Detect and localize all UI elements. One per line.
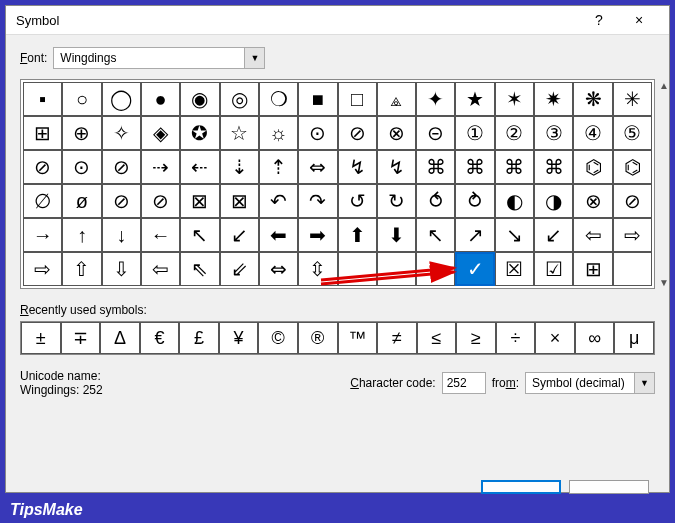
symbol-cell[interactable]: ③	[534, 116, 573, 150]
symbol-cell[interactable]: ↯	[338, 150, 377, 184]
symbol-cell[interactable]: ↓	[102, 218, 141, 252]
symbol-cell[interactable]: ⌘	[534, 150, 573, 184]
symbol-cell[interactable]: ↷	[298, 184, 337, 218]
symbol-cell[interactable]: ø	[62, 184, 101, 218]
charcode-input[interactable]	[442, 372, 486, 394]
symbol-cell[interactable]: ⇩	[102, 252, 141, 286]
symbol-cell[interactable]: ↺	[338, 184, 377, 218]
symbol-cell[interactable]: ⊕	[62, 116, 101, 150]
symbol-cell[interactable]: ⌘	[416, 150, 455, 184]
symbol-cell[interactable]: ◑	[534, 184, 573, 218]
symbol-cell[interactable]: ➡	[298, 218, 337, 252]
symbol-cell[interactable]: ☆	[220, 116, 259, 150]
symbol-cell[interactable]: ⊘	[141, 184, 180, 218]
chevron-down-icon[interactable]: ▼	[244, 48, 264, 68]
symbol-cell[interactable]: ⇨	[23, 252, 62, 286]
symbol-cell[interactable]: ⊘	[102, 150, 141, 184]
symbol-cell[interactable]: ⇔	[259, 252, 298, 286]
symbol-cell[interactable]: ⇦	[141, 252, 180, 286]
recent-symbol-cell[interactable]: £	[179, 322, 219, 354]
symbol-cell[interactable]: ⬆	[338, 218, 377, 252]
symbol-cell[interactable]	[416, 252, 455, 286]
symbol-cell[interactable]: ⇦	[573, 218, 612, 252]
chevron-down-icon[interactable]: ▼	[634, 373, 654, 393]
recent-symbol-cell[interactable]: ∓	[61, 322, 101, 354]
symbol-cell[interactable]: ⇧	[62, 252, 101, 286]
help-button[interactable]: ?	[579, 12, 619, 28]
insert-button[interactable]	[481, 480, 561, 494]
symbol-cell[interactable]: □	[338, 82, 377, 116]
symbol-cell[interactable]: ②	[495, 116, 534, 150]
symbol-cell[interactable]: ⇣	[220, 150, 259, 184]
symbol-cell[interactable]: ⌬	[573, 150, 612, 184]
recent-symbol-cell[interactable]: ≥	[456, 322, 496, 354]
symbol-cell[interactable]: ↙	[534, 218, 573, 252]
symbol-cell[interactable]: ↶	[259, 184, 298, 218]
symbol-cell[interactable]: ⊗	[573, 184, 612, 218]
symbol-cell[interactable]: ↖	[180, 218, 219, 252]
recent-symbol-cell[interactable]: €	[140, 322, 180, 354]
symbol-cell[interactable]: ⥀	[416, 184, 455, 218]
symbol-cell[interactable]: ⥁	[455, 184, 494, 218]
symbol-cell[interactable]: ☒	[495, 252, 534, 286]
font-select[interactable]: ▼	[53, 47, 265, 69]
recent-symbol-cell[interactable]: μ	[614, 322, 654, 354]
symbol-cell[interactable]: ⊞	[23, 116, 62, 150]
cancel-button[interactable]	[569, 480, 649, 494]
symbol-cell[interactable]: ⇠	[180, 150, 219, 184]
recent-symbol-cell[interactable]: Δ	[100, 322, 140, 354]
scroll-down-icon[interactable]: ▼	[659, 277, 669, 288]
symbol-cell[interactable]: ✶	[495, 82, 534, 116]
symbol-cell[interactable]: ⟁	[377, 82, 416, 116]
symbol-cell[interactable]: ⊘	[102, 184, 141, 218]
symbol-cell[interactable]: ⊙	[298, 116, 337, 150]
symbol-cell[interactable]: ◈	[141, 116, 180, 150]
symbol-cell[interactable]: ↖	[416, 218, 455, 252]
symbol-cell[interactable]: ⇡	[259, 150, 298, 184]
symbol-cell[interactable]: ✷	[534, 82, 573, 116]
symbol-cell[interactable]: ④	[573, 116, 612, 150]
symbol-cell[interactable]: ←	[141, 218, 180, 252]
symbol-cell[interactable]: ⌘	[455, 150, 494, 184]
symbol-cell[interactable]: ⇙	[220, 252, 259, 286]
symbol-cell[interactable]: ✧	[102, 116, 141, 150]
symbol-cell[interactable]: ★	[455, 82, 494, 116]
symbol-cell[interactable]: ◎	[220, 82, 259, 116]
symbol-cell[interactable]: ⇖	[180, 252, 219, 286]
symbol-cell[interactable]: ☼	[259, 116, 298, 150]
symbol-cell[interactable]	[613, 252, 652, 286]
symbol-cell[interactable]: ⬇	[377, 218, 416, 252]
from-select[interactable]: ▼	[525, 372, 655, 394]
recent-symbol-cell[interactable]: ±	[21, 322, 61, 354]
symbol-cell[interactable]: ↗	[455, 218, 494, 252]
symbol-cell[interactable]: ◐	[495, 184, 534, 218]
symbol-cell[interactable]: ⇔	[298, 150, 337, 184]
symbol-cell[interactable]: ⌬	[613, 150, 652, 184]
symbol-cell[interactable]: ⊗	[377, 116, 416, 150]
symbol-cell[interactable]: ✪	[180, 116, 219, 150]
recent-symbol-cell[interactable]: ©	[258, 322, 298, 354]
recent-symbol-cell[interactable]: ≠	[377, 322, 417, 354]
recent-symbol-cell[interactable]: ∞	[575, 322, 615, 354]
recent-symbol-cell[interactable]: ÷	[496, 322, 536, 354]
recent-symbol-cell[interactable]: ™	[338, 322, 378, 354]
symbol-cell[interactable]: ❋	[573, 82, 612, 116]
symbol-cell[interactable]: ○	[62, 82, 101, 116]
symbol-cell[interactable]: ↘	[495, 218, 534, 252]
symbol-cell[interactable]: ⬅	[259, 218, 298, 252]
from-input[interactable]	[526, 374, 634, 392]
symbol-cell[interactable]: ✦	[416, 82, 455, 116]
symbol-cell[interactable]: ⇳	[298, 252, 337, 286]
symbol-cell[interactable]: ⑤	[613, 116, 652, 150]
symbol-cell[interactable]: ∅	[23, 184, 62, 218]
scroll-up-icon[interactable]: ▲	[659, 80, 669, 91]
symbol-cell[interactable]: ⇢	[141, 150, 180, 184]
symbol-cell[interactable]: ◉	[180, 82, 219, 116]
symbol-cell[interactable]: ⊘	[613, 184, 652, 218]
symbol-cell[interactable]: ❍	[259, 82, 298, 116]
symbol-cell[interactable]	[377, 252, 416, 286]
symbol-cell[interactable]: ⊙	[62, 150, 101, 184]
symbol-cell[interactable]: ⊘	[338, 116, 377, 150]
symbol-cell[interactable]: ✓	[455, 252, 494, 286]
recent-symbol-cell[interactable]: ≤	[417, 322, 457, 354]
